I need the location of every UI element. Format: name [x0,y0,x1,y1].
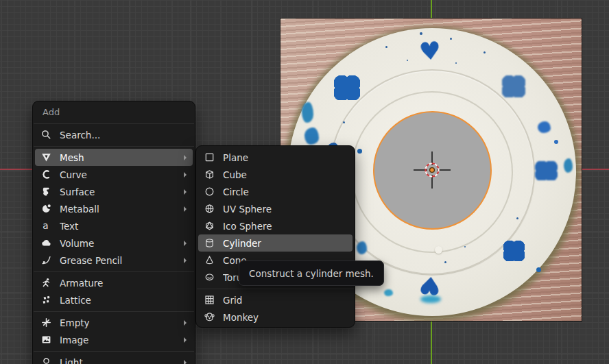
ico-sphere-icon [204,220,215,232]
grease-pencil-icon [40,254,52,266]
plate-decoration-dot [444,261,446,263]
submenu-arrow-icon [184,241,187,246]
submenu-arrow-icon [184,189,187,195]
add-menu: Add Search...MeshCurveSurfaceMetaballaTe… [32,101,195,364]
menu-item-label: Mesh [60,152,176,163]
menu-separator [34,271,194,272]
menu-separator [34,351,194,352]
add-menu-item-empty[interactable]: Empty [35,314,193,331]
add-menu-item-armature[interactable]: Armature [35,274,193,291]
menu-item-label: Cube [223,169,347,180]
mesh-submenu: PlaneCubeCircleUV SphereIco SphereCylind… [195,145,355,328]
menu-item-label: Volume [60,238,176,249]
add-menu-item-light[interactable]: Light [35,354,193,364]
menu-item-label: Plane [223,152,347,163]
plate-decoration-dot [483,51,486,53]
menu-separator [34,123,194,124]
menu-item-label: Grease Pencil [60,255,176,266]
plate-decoration-blob [357,241,367,254]
menu-item-label: Grid [223,295,347,306]
menu-item-label: Cylinder [223,238,347,249]
plate-decoration-quat [535,161,558,180]
add-menu-item-volume[interactable]: Volume [35,234,193,252]
add-menu-title: Add [33,104,195,121]
mesh-submenu-item-cylinder[interactable]: Cylinder [198,234,353,252]
submenu-arrow-icon [184,258,187,263]
svg-text:a: a [43,220,48,231]
empty-icon [40,317,52,328]
add-menu-item-image[interactable]: Image [35,331,193,348]
surface-icon [40,186,52,197]
plane-icon [204,151,215,163]
add-menu-item-surface[interactable]: Surface [35,183,193,200]
mesh-submenu-item-ico-sphere[interactable]: Ico Sphere [198,217,353,234]
plate-decoration-dot [343,121,345,123]
menu-item-label: Empty [60,317,176,328]
text-icon: a [40,220,52,232]
mesh-submenu-item-monkey[interactable]: Monkey [198,308,353,326]
uv-sphere-icon [204,203,215,215]
menu-item-label: Armature [60,278,187,289]
menu-separator [34,311,194,312]
plate-decoration-blob [304,128,319,145]
submenu-arrow-icon [184,320,187,326]
mesh-submenu-item-uv-sphere[interactable]: UV Sphere [198,200,353,217]
menu-item-label: Metaball [60,204,176,215]
plate-decoration-dot [407,60,408,61]
mesh-icon [40,151,52,163]
submenu-arrow-icon [184,206,187,212]
plate-decoration-dot [536,267,541,272]
add-menu-item-curve[interactable]: Curve [35,166,193,183]
metaball-icon [40,203,52,215]
mesh-submenu-item-circle[interactable]: Circle [198,183,353,200]
mesh-submenu-item-plane[interactable]: Plane [198,149,353,166]
menu-item-label: Monkey [223,312,347,323]
plate-decoration-heart: ♥ [418,38,442,65]
plate-decoration-smear [420,295,441,303]
add-menu-item-grease-pencil[interactable]: Grease Pencil [35,252,193,269]
menu-item-label: Search... [60,130,187,141]
torus-icon [204,271,215,283]
plate-decoration-blob [384,289,393,296]
mesh-submenu-item-grid[interactable]: Grid [198,291,353,308]
monkey-icon [204,311,215,323]
menu-item-label: Surface [60,186,176,197]
submenu-arrow-icon [184,172,187,178]
tooltip: Construct a cylinder mesh. [239,260,384,286]
plate-decoration-quat [502,75,525,97]
grid-icon [204,294,215,306]
plate-decoration-dot [357,149,362,154]
mesh-submenu-item-cube[interactable]: Cube [198,166,353,183]
cylinder-icon [204,237,215,249]
plate-decoration-dot [516,217,518,219]
menu-separator [197,289,354,289]
plate-decoration-blob [538,121,551,133]
menu-item-label: Text [60,221,187,232]
cube-icon [204,169,215,180]
add-menu-item-text[interactable]: aText [35,217,193,234]
menu-item-label: UV Sphere [223,204,347,215]
add-menu-item-lattice[interactable]: Lattice [35,291,193,308]
submenu-arrow-icon [184,337,187,343]
add-menu-item-metaball[interactable]: Metaball [35,200,193,217]
plate-decoration-dot [420,32,422,35]
menu-item-label: Lattice [60,295,187,306]
menu-item-label: Circle [223,186,347,197]
plate-decoration-heart: ♥ [418,271,442,298]
blender-3d-viewport[interactable]: ♥♥ Add Search...MeshCurveSurfaceMetaball… [0,0,609,364]
search-icon [40,129,52,141]
armature-icon [40,277,52,289]
tooltip-text: Construct a cylinder mesh. [249,268,374,279]
plate-decoration-blob [564,158,573,173]
add-menu-item-mesh[interactable]: Mesh [35,149,193,166]
light-icon [40,356,52,364]
plate-decoration-quat [503,241,525,261]
menu-item-label: Ico Sphere [223,221,347,232]
menu-item-label: Light [60,357,176,364]
menu-item-label: Image [60,335,176,345]
plate-decoration-dot [464,246,466,247]
plate-decoration-glare [435,246,442,254]
add-menu-item-search[interactable]: Search... [35,126,193,143]
plate-decoration-dot [554,140,558,144]
submenu-arrow-icon [184,360,187,364]
